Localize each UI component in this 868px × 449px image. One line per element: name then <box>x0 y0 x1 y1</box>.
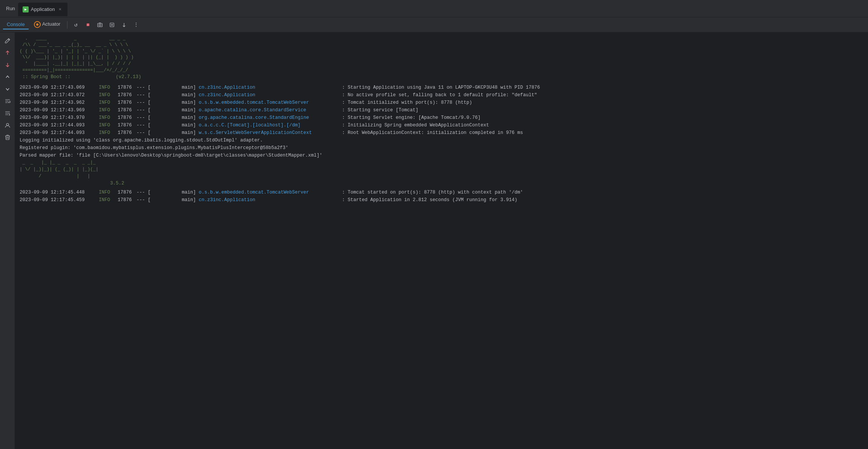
log-line-9: 2023-09-09 12:17:45.459 INFO 17876 --- [… <box>20 196 863 204</box>
lines-button[interactable] <box>2 96 13 106</box>
log-thread: --- [ main] <box>136 196 199 204</box>
arrow-up-alt-button[interactable] <box>2 72 13 82</box>
spring-banner: :: Spring Boot :: (v2.7.13) <box>20 74 863 81</box>
screenshot-button[interactable] <box>95 20 105 30</box>
log-class: o.a.c.c.C.[Tomcat].[localhost].[/dm] <box>199 121 342 129</box>
scroll-button[interactable] <box>119 20 129 30</box>
log-level: INFO <box>99 114 118 121</box>
log-line-2: 2023-09-09 12:17:43.072 INFO 17876 --- [… <box>20 91 863 99</box>
log-pid: 17876 <box>118 114 136 121</box>
log-thread: --- [ main] <box>136 121 199 129</box>
trash-button[interactable] <box>2 132 13 143</box>
log-pid: 17876 <box>118 84 136 91</box>
log-timestamp: 2023-09-09 12:17:45.448 <box>20 189 99 196</box>
plain-log-2: Registered plugin: 'com.baomidou.mybatis… <box>20 144 863 152</box>
log-pid: 17876 <box>118 91 136 99</box>
log-pid: 17876 <box>118 99 136 106</box>
log-message: : No active profile set, falling back to… <box>342 91 537 99</box>
tab-title: Application <box>31 6 55 12</box>
mybatis-ascii-art: _ _ |_ |_ _ _ _ _ _|_ | \/ |_)|_)| (_ (_… <box>20 159 863 180</box>
log-class: o.s.b.w.embedded.tomcat.TomcatWebServer <box>199 189 342 196</box>
actuator-icon <box>34 21 41 28</box>
log-thread: --- [ main] <box>136 106 199 114</box>
log-message: : Tomcat initialized with port(s): 8778 … <box>342 99 472 106</box>
actuator-tab[interactable]: Actuator <box>30 20 64 30</box>
svg-point-1 <box>99 24 101 26</box>
arrow-down-button[interactable] <box>2 60 13 70</box>
log-level: INFO <box>99 121 118 129</box>
svg-rect-0 <box>98 23 102 27</box>
log-message: : Root WebApplicationContext: initializa… <box>342 129 523 137</box>
log-timestamp: 2023-09-09 12:17:43.072 <box>20 91 99 99</box>
log-pid: 17876 <box>118 106 136 114</box>
log-thread: --- [ main] <box>136 189 199 196</box>
log-class: o.s.b.w.embedded.tomcat.TomcatWebServer <box>199 99 342 106</box>
log-thread: --- [ main] <box>136 84 199 91</box>
main-layout: . ____ _ __ _ _ /\\ / ___'_ __ _ _(_)_ _… <box>0 32 868 449</box>
plain-log-3: Parsed mapper file: 'file [C:\Users\leno… <box>20 152 863 159</box>
log-line-6: 2023-09-09 12:17:44.093 INFO 17876 --- [… <box>20 121 863 129</box>
log-class: cn.z3inc.Application <box>199 196 342 204</box>
log-thread: --- [ main] <box>136 99 199 106</box>
arrow-up-button[interactable] <box>2 48 13 58</box>
more-button[interactable]: ⋮ <box>131 20 141 30</box>
tab-close-button[interactable]: ✕ <box>57 6 63 12</box>
log-line-4: 2023-09-09 12:17:43.969 INFO 17876 --- [… <box>20 106 863 114</box>
log-level: INFO <box>99 189 118 196</box>
log-message: : Starting Application using Java 11 on … <box>342 84 540 91</box>
log-pid: 17876 <box>118 121 136 129</box>
console-tab[interactable]: Console <box>3 20 29 29</box>
plain-log-1: Logging initialized using 'class org.apa… <box>20 137 863 144</box>
log-line-7: 2023-09-09 12:17:44.093 INFO 17876 --- [… <box>20 129 863 137</box>
log-line-3: 2023-09-09 12:17:43.962 INFO 17876 --- [… <box>20 99 863 106</box>
log-pid: 17876 <box>118 196 136 204</box>
lines-down-button[interactable] <box>2 108 13 118</box>
log-class: org.apache.catalina.core.StandardEngine <box>199 114 342 121</box>
run-label: Run <box>3 6 18 11</box>
mybatis-version: 3.5.2 <box>20 180 863 187</box>
log-line-8: 2023-09-09 12:17:45.448 INFO 17876 --- [… <box>20 189 863 196</box>
log-thread: --- [ main] <box>136 129 199 137</box>
log-level: INFO <box>99 91 118 99</box>
log-thread: --- [ main] <box>136 91 199 99</box>
arrow-down-alt-button[interactable] <box>2 84 13 94</box>
log-timestamp: 2023-09-09 12:17:45.459 <box>20 196 99 204</box>
pencil-button[interactable] <box>2 35 13 46</box>
log-timestamp: 2023-09-09 12:17:44.093 <box>20 129 99 137</box>
rerun-button[interactable]: ↺ <box>71 20 81 30</box>
log-class: w.s.c.ServletWebServerApplicationContext <box>199 129 342 137</box>
log-timestamp: 2023-09-09 12:17:44.093 <box>20 121 99 129</box>
log-class: cn.z3inc.Application <box>199 84 342 91</box>
log-timestamp: 2023-09-09 12:17:43.969 <box>20 106 99 114</box>
application-tab[interactable]: ▶ Application ✕ <box>18 3 68 16</box>
log-timestamp: 2023-09-09 12:17:43.962 <box>20 99 99 106</box>
sidebar <box>0 32 15 449</box>
stop-button[interactable]: ■ <box>83 20 93 30</box>
log-level: INFO <box>99 129 118 137</box>
toolbar: Console Actuator ↺ ■ ⋮ <box>0 17 868 32</box>
log-level: INFO <box>99 196 118 204</box>
log-message: : Starting service [Tomcat] <box>342 106 419 114</box>
log-level: INFO <box>99 84 118 91</box>
log-class: cn.z3inc.Application <box>199 91 342 99</box>
user-button[interactable] <box>2 120 13 131</box>
log-message: : Initializing Spring embedded WebApplic… <box>342 121 489 129</box>
log-thread: --- [ main] <box>136 114 199 121</box>
restore-button[interactable] <box>107 20 117 30</box>
log-level: INFO <box>99 99 118 106</box>
log-message: : Starting Servlet engine: [Apache Tomca… <box>342 114 481 121</box>
log-pid: 17876 <box>118 129 136 137</box>
log-line-5: 2023-09-09 12:17:43.970 INFO 17876 --- [… <box>20 114 863 121</box>
log-pid: 17876 <box>118 189 136 196</box>
svg-point-3 <box>6 123 9 126</box>
spring-ascii-art: . ____ _ __ _ _ /\\ / ___'_ __ _ _(_)_ _… <box>20 35 863 74</box>
log-line-1: 2023-09-09 12:17:43.069 INFO 17876 --- [… <box>20 84 863 91</box>
log-timestamp: 2023-09-09 12:17:43.970 <box>20 114 99 121</box>
tab-icon: ▶ <box>23 6 29 12</box>
log-message: : Started Application in 2.812 seconds (… <box>342 196 517 204</box>
log-message: : Tomcat started on port(s): 8778 (http)… <box>342 189 523 196</box>
log-level: INFO <box>99 106 118 114</box>
console-output: . ____ _ __ _ _ /\\ / ___'_ __ _ _(_)_ _… <box>15 32 868 449</box>
log-class: o.apache.catalina.core.StandardService <box>199 106 342 114</box>
separator-1 <box>67 21 67 29</box>
